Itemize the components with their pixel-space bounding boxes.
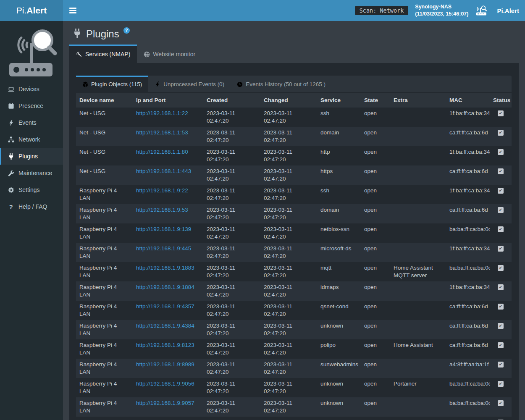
ip-port-link[interactable]: http://192.168.1.9:8123 bbox=[136, 342, 194, 348]
ip-port-cell: http://192.168.1.9:445 bbox=[133, 243, 203, 262]
main-content: Plugins ? Services (NMAP)Website monitor… bbox=[63, 21, 525, 420]
status-checkbox[interactable] bbox=[498, 323, 504, 329]
ip-port-cell: http://192.168.1.9:22 bbox=[133, 185, 203, 204]
subtab-plugin-objects-115[interactable]: Plugin Objects (115) bbox=[76, 76, 148, 92]
status-checkbox[interactable] bbox=[498, 246, 504, 252]
column-header-service[interactable]: Service bbox=[317, 93, 361, 108]
mac-cell: 1f:ba:ff:ca:ba:34 bbox=[446, 146, 490, 165]
ip-port-link[interactable]: http://192.168.1.9:9057 bbox=[136, 400, 194, 406]
state-cell: open bbox=[361, 108, 390, 127]
ip-port-link[interactable]: http://192.168.1.9:9056 bbox=[136, 381, 194, 387]
device-name-cell: Raspberry Pi 4 LAN bbox=[76, 204, 133, 223]
sidebar-toggle-button[interactable] bbox=[63, 0, 82, 21]
laptop-icon bbox=[7, 86, 15, 92]
sidebar-item-maintenance[interactable]: Maintenance bbox=[0, 165, 63, 181]
table-row: Net - USGhttp://192.168.1.1:802023-03-11… bbox=[76, 146, 512, 165]
created-cell: 2023-03-11 02:47:20 bbox=[203, 204, 260, 223]
service-cell: mqtt bbox=[317, 262, 361, 281]
ip-port-link[interactable]: http://192.168.1.1:22 bbox=[136, 110, 188, 116]
extra-cell bbox=[390, 204, 446, 223]
sidebar-item-events[interactable]: Events bbox=[0, 114, 63, 131]
status-checkbox[interactable] bbox=[498, 342, 504, 348]
device-name-cell: Raspberry Pi 4 LAN bbox=[76, 397, 133, 417]
status-checkbox[interactable] bbox=[498, 400, 504, 406]
status-cell bbox=[490, 301, 512, 320]
column-header-created[interactable]: Created bbox=[203, 93, 260, 108]
sidebar-item-help-faq[interactable]: ?Help / FAQ bbox=[0, 198, 63, 215]
subtab-events-history-50-out-of-1265[interactable]: Events History (50 out of 1265 ) bbox=[231, 76, 332, 92]
sidebar-item-devices[interactable]: Devices bbox=[0, 81, 63, 97]
device-name-cell: Raspberry Pi 4 LAN bbox=[76, 378, 133, 397]
ip-port-link[interactable]: http://192.168.1.1:53 bbox=[136, 129, 188, 136]
ip-port-cell: http://192.168.1.9:8989 bbox=[133, 359, 203, 378]
status-checkbox[interactable] bbox=[498, 265, 504, 271]
ip-port-link[interactable]: http://192.168.1.9:53 bbox=[136, 207, 188, 213]
sidebar-item-network[interactable]: Network bbox=[0, 131, 63, 148]
ip-port-link[interactable]: http://192.168.1.9:139 bbox=[136, 226, 191, 232]
status-checkbox[interactable] bbox=[498, 110, 504, 116]
status-checkbox[interactable] bbox=[498, 381, 504, 387]
device-name-cell: Raspberry Pi 4 LAN bbox=[76, 281, 133, 301]
changed-cell: 2023-03-11 02:47:20 bbox=[260, 108, 317, 127]
status-checkbox[interactable] bbox=[498, 188, 504, 194]
ip-port-link[interactable]: http://192.168.1.1:80 bbox=[136, 149, 188, 155]
navbar-rest: Scan: Network Synology-NAS (11/03/2023, … bbox=[63, 0, 525, 21]
subtab-unprocessed-events-0[interactable]: Unprocessed Events (0) bbox=[148, 76, 231, 92]
tab-services-nmap[interactable]: Services (NMAP) bbox=[69, 45, 137, 63]
ip-port-link[interactable]: http://192.168.1.9:8989 bbox=[136, 361, 194, 368]
status-checkbox[interactable] bbox=[498, 284, 504, 290]
mac-cell: 1f:ca:ff:ca:ba:5b bbox=[446, 417, 490, 420]
created-cell: 2023-03-11 02:47:20 bbox=[203, 339, 260, 359]
sidebar-item-label: Maintenance bbox=[18, 170, 52, 176]
service-cell: unknown bbox=[317, 378, 361, 397]
sidebar-item-label: Events bbox=[18, 119, 37, 126]
column-header-ip-and-port[interactable]: Ip and Port bbox=[133, 93, 203, 108]
service-cell: domain bbox=[317, 127, 361, 146]
ip-port-cell: http://192.168.1.1:443 bbox=[133, 165, 203, 185]
column-header-changed[interactable]: Changed bbox=[260, 93, 317, 108]
ip-port-link[interactable]: http://192.168.1.1:443 bbox=[136, 168, 191, 174]
sidebar-item-presence[interactable]: Presence bbox=[0, 97, 63, 114]
status-checkbox[interactable] bbox=[498, 362, 504, 368]
status-checkbox[interactable] bbox=[498, 149, 504, 155]
status-cell bbox=[490, 281, 512, 301]
column-header-device-name[interactable]: Device name bbox=[76, 93, 133, 108]
plug-icon bbox=[73, 28, 82, 40]
column-header-status[interactable]: Status bbox=[490, 93, 512, 108]
tab-website-monitor[interactable]: Website monitor bbox=[137, 45, 202, 63]
extra-cell: Home Assistant MQTT server bbox=[390, 262, 446, 281]
status-checkbox[interactable] bbox=[498, 304, 504, 310]
sidebar-item-settings[interactable]: Settings bbox=[0, 181, 63, 198]
ip-port-link[interactable]: http://192.168.1.9:4384 bbox=[136, 323, 194, 329]
column-header-extra[interactable]: Extra bbox=[390, 93, 446, 108]
ip-port-cell: http://192.168.1.9:53 bbox=[133, 204, 203, 223]
table-body: Net - USGhttp://192.168.1.1:222023-03-11… bbox=[76, 108, 512, 420]
ip-port-link[interactable]: http://192.168.1.9:22 bbox=[136, 187, 188, 194]
status-checkbox[interactable] bbox=[498, 226, 504, 232]
ip-port-link[interactable]: http://192.168.1.9:1884 bbox=[136, 284, 194, 290]
state-cell: open bbox=[361, 262, 390, 281]
ip-port-link[interactable]: http://192.168.1.9:1883 bbox=[136, 265, 194, 271]
ip-port-link[interactable]: http://192.168.1.9:445 bbox=[136, 245, 191, 252]
created-cell: 2023-03-11 02:47:20 bbox=[203, 301, 260, 320]
created-cell: 2023-03-11 02:47:20 bbox=[203, 397, 260, 417]
status-cell bbox=[490, 165, 512, 185]
column-header-state[interactable]: State bbox=[361, 93, 390, 108]
column-header-mac[interactable]: MAC bbox=[446, 93, 490, 108]
help-badge[interactable]: ? bbox=[123, 27, 130, 34]
clock-icon bbox=[237, 81, 243, 87]
status-cell bbox=[490, 223, 512, 243]
status-checkbox[interactable] bbox=[498, 168, 504, 174]
service-cell: netbios-ssn bbox=[317, 223, 361, 243]
state-cell: open bbox=[361, 397, 390, 417]
created-cell: 2023-03-11 02:47:20 bbox=[203, 146, 260, 165]
ip-port-link[interactable]: http://192.168.1.9:4357 bbox=[136, 303, 194, 310]
tab-label: Events History (50 out of 1265 ) bbox=[246, 81, 326, 87]
status-checkbox[interactable] bbox=[498, 207, 504, 213]
state-cell: open bbox=[361, 165, 390, 185]
status-checkbox[interactable] bbox=[498, 130, 504, 136]
state-cell: open bbox=[361, 204, 390, 223]
created-cell: 2023-03-11 02:47:20 bbox=[203, 281, 260, 301]
sidebar-item-plugins[interactable]: Plugins bbox=[0, 148, 63, 165]
brand-logo[interactable]: Pi.Alert bbox=[0, 0, 63, 21]
